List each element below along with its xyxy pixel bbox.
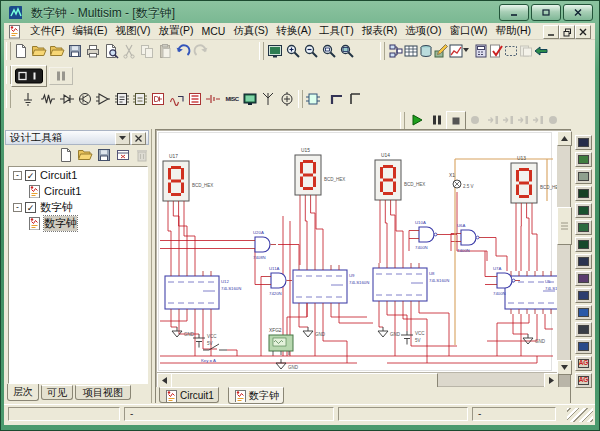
diode-components-button[interactable] xyxy=(58,90,76,108)
cut-button[interactable] xyxy=(120,42,138,60)
nand-gate-u10a[interactable] xyxy=(414,227,442,242)
seven-segment-display-2[interactable] xyxy=(295,155,321,200)
tree-node-sheet-clock[interactable]: 数字钟 xyxy=(9,215,147,231)
probe-x1[interactable]: X1 2.5 V xyxy=(449,173,474,189)
four-channel-oscilloscope-button[interactable] xyxy=(575,203,592,218)
logic-converter-button[interactable] xyxy=(575,271,592,286)
full-screen-button[interactable] xyxy=(266,42,284,60)
tab-project-view[interactable]: 项目视图 xyxy=(75,385,131,400)
counter-ic-3[interactable] xyxy=(373,263,427,306)
tree-node-project-circuit1[interactable]: Circuit1 xyxy=(9,167,147,183)
misc-digital-components-button[interactable] xyxy=(149,90,167,108)
network-analyzer-button[interactable] xyxy=(575,339,592,354)
tab-digital-clock[interactable]: 数字钟 xyxy=(228,387,284,404)
ground-symbol[interactable] xyxy=(303,327,313,337)
wattmeter-button[interactable] xyxy=(575,169,592,184)
zoom-in-button[interactable] xyxy=(284,42,302,60)
toolbox-delete-button[interactable] xyxy=(133,146,151,164)
design-toolbox-header[interactable]: 设计工具箱 xyxy=(5,130,149,145)
run-stop-switch-button[interactable] xyxy=(11,65,47,87)
tree-node-sheet-circuit1[interactable]: Circuit1 xyxy=(9,183,147,199)
paste-button[interactable] xyxy=(156,42,174,60)
counter-ic-2[interactable] xyxy=(293,265,347,308)
frequency-counter-button[interactable] xyxy=(575,237,592,252)
mixed-components-button[interactable] xyxy=(168,90,186,108)
ground-symbol[interactable] xyxy=(276,359,286,369)
pause-simulation-button[interactable] xyxy=(428,111,446,129)
seven-segment-display-3[interactable] xyxy=(375,160,401,205)
ladder-diagram-button[interactable] xyxy=(346,90,364,108)
agilent-function-generator-button[interactable]: AG xyxy=(575,356,592,371)
key-switch[interactable]: Key = A xyxy=(201,344,227,363)
electromechanical-components-button[interactable] xyxy=(278,90,296,108)
toolbox-close-project-button[interactable] xyxy=(114,146,132,164)
word-generator-button[interactable] xyxy=(575,254,592,269)
redo-button[interactable] xyxy=(192,42,210,60)
toolbar-grip[interactable] xyxy=(6,90,11,108)
seven-segment-display-1[interactable] xyxy=(163,161,189,206)
scroll-left-button[interactable] xyxy=(157,373,172,388)
menu-mcu[interactable]: MCU xyxy=(197,25,229,37)
collapse-icon[interactable] xyxy=(13,203,22,212)
analog-components-button[interactable] xyxy=(94,90,112,108)
counter-ic-1[interactable] xyxy=(165,271,219,314)
menu-transfer[interactable]: 转换(A) xyxy=(272,24,315,38)
counter-ic-4[interactable] xyxy=(505,271,557,314)
source-components-button[interactable] xyxy=(19,90,37,108)
logic-analyzer-button[interactable] xyxy=(575,288,592,303)
oscilloscope-button[interactable] xyxy=(575,186,592,201)
ttl-components-button[interactable] xyxy=(113,90,131,108)
record-button[interactable] xyxy=(466,111,484,129)
toolbox-new-button[interactable] xyxy=(57,146,75,164)
mdi-minimize-button[interactable] xyxy=(543,25,559,39)
place-bus-button[interactable] xyxy=(328,90,346,108)
scroll-up-button[interactable] xyxy=(557,131,572,146)
run-simulation-button[interactable] xyxy=(408,111,426,129)
zoom-out-button[interactable] xyxy=(302,42,320,60)
pause-switch-button[interactable] xyxy=(49,67,73,85)
schematic[interactable]: U17 BCD_HEX U15 BCD_HEX U14 BCD_HEX U13 … xyxy=(157,131,557,372)
cmos-components-button[interactable] xyxy=(131,90,149,108)
indicator-components-button[interactable] xyxy=(186,90,204,108)
agilent-multimeter-button[interactable]: AG xyxy=(575,373,592,388)
nand-gate-u6a[interactable] xyxy=(456,230,484,245)
menu-help[interactable]: 帮助(H) xyxy=(491,24,535,38)
ground-symbol[interactable] xyxy=(172,327,182,337)
toolbox-open-button[interactable] xyxy=(76,146,94,164)
restore-button[interactable] xyxy=(531,4,561,21)
menu-view[interactable]: 视图(V) xyxy=(111,24,154,38)
zoom-fit-button[interactable] xyxy=(338,42,356,60)
menu-simulate[interactable]: 仿真(S) xyxy=(229,24,272,38)
open-sample-button[interactable] xyxy=(48,42,66,60)
function-generator-xfg[interactable]: XFG2 xyxy=(269,328,293,355)
function-generator-button[interactable] xyxy=(575,152,592,167)
copy-button[interactable] xyxy=(138,42,156,60)
menu-file[interactable]: 文件(F) xyxy=(26,24,68,38)
toolbar-grip[interactable] xyxy=(6,42,11,60)
vcc-supply-1[interactable]: VCC 5V xyxy=(193,334,217,348)
tree-node-project-clock[interactable]: 数字钟 xyxy=(9,199,147,215)
menu-options[interactable]: 选项(O) xyxy=(401,24,445,38)
stop-simulation-button[interactable] xyxy=(446,111,466,131)
basic-components-button[interactable] xyxy=(39,90,57,108)
document-system-icon[interactable] xyxy=(7,24,22,39)
seven-segment-display-4[interactable] xyxy=(511,163,537,208)
scroll-right-button[interactable] xyxy=(544,373,559,388)
undo-button[interactable] xyxy=(174,42,192,60)
bode-plotter-button[interactable] xyxy=(575,220,592,235)
menu-edit[interactable]: 编辑(E) xyxy=(68,24,111,38)
print-preview-button[interactable] xyxy=(102,42,120,60)
toolbar-grip[interactable] xyxy=(259,42,264,60)
ground-symbol[interactable] xyxy=(378,327,388,337)
toolbar-grip[interactable] xyxy=(400,112,405,130)
menu-place[interactable]: 放置(P) xyxy=(154,24,197,38)
toolbar-grip[interactable] xyxy=(298,90,303,108)
open-button[interactable] xyxy=(30,42,48,60)
vertical-scroll-thumb[interactable] xyxy=(557,207,572,245)
toolbox-save-button[interactable] xyxy=(95,146,113,164)
schematic-canvas[interactable]: U17 BCD_HEX U15 BCD_HEX U14 BCD_HEX U13 … xyxy=(157,131,558,372)
and-gate-u11a[interactable] xyxy=(266,273,292,288)
rf-components-button[interactable] xyxy=(259,90,277,108)
mdi-restore-button[interactable] xyxy=(559,25,575,39)
menu-reports[interactable]: 报表(R) xyxy=(358,24,402,38)
